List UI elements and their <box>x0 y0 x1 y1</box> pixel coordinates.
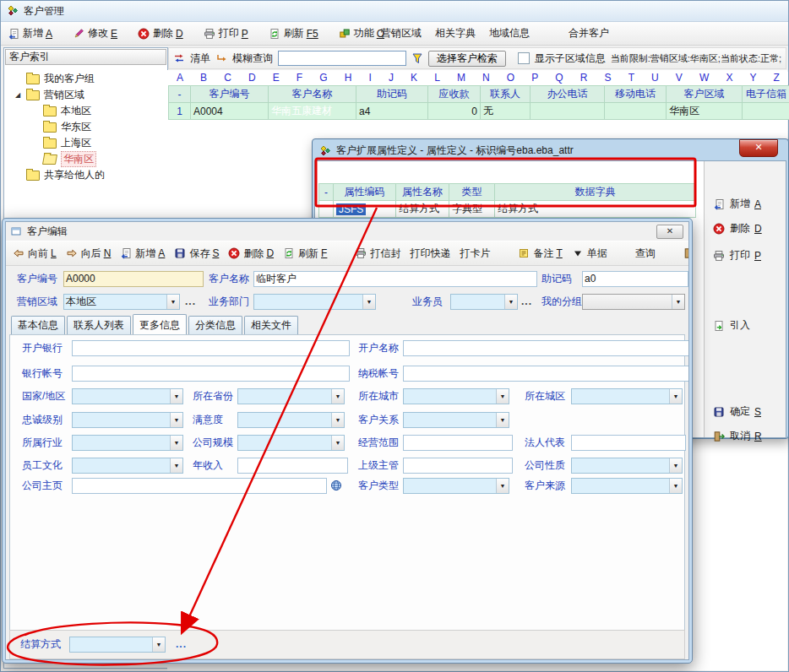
list-swap-icon[interactable] <box>173 52 185 64</box>
column-header[interactable]: 应收款 <box>428 86 481 103</box>
index-letter[interactable]: D <box>248 72 256 84</box>
company-nature-select[interactable]: ▼ <box>571 458 683 474</box>
tab-category-info[interactable]: 分类信息 <box>188 316 242 334</box>
marketing-region-more-button[interactable]: ... <box>185 294 196 309</box>
delete-button[interactable]: 删除D <box>138 26 183 41</box>
back-button[interactable]: 返回R <box>683 247 689 261</box>
select-customer-search-button[interactable]: 选择客户检索 <box>428 51 506 67</box>
index-letter[interactable]: U <box>651 72 659 84</box>
menu-area-info[interactable]: 地域信息 <box>489 26 530 41</box>
tree-item-marketing-regions[interactable]: ◢营销区域 <box>4 87 167 103</box>
index-letter[interactable]: B <box>200 72 207 84</box>
index-letter[interactable]: F <box>297 72 302 84</box>
settlement-more-button[interactable]: ... <box>176 637 187 652</box>
customer-type-select[interactable]: ▼ <box>403 478 509 494</box>
menu-merge-customer[interactable]: 合并客户 <box>569 26 609 41</box>
homepage-field[interactable] <box>72 478 327 494</box>
attr-import-button[interactable]: 引入 <box>713 318 750 333</box>
index-letter[interactable]: Q <box>555 72 563 84</box>
print-button[interactable]: 打印P <box>204 26 248 41</box>
index-letter[interactable]: T <box>628 72 634 84</box>
mnemonic-field[interactable]: a0 <box>582 271 688 287</box>
attr-print-button[interactable]: 打印P <box>713 248 761 263</box>
print-express-button[interactable]: 打印快递 <box>410 247 450 261</box>
list-label[interactable]: 清单 <box>190 51 210 66</box>
column-header[interactable]: 联系人 <box>481 86 531 103</box>
modify-button[interactable]: 修改E <box>73 26 117 41</box>
satisfaction-select[interactable]: ▼ <box>237 412 345 428</box>
index-letter[interactable]: Z <box>774 72 780 84</box>
index-letter[interactable]: S <box>605 72 612 84</box>
city-select[interactable]: ▼ <box>403 388 509 404</box>
tax-account-field[interactable] <box>403 366 689 382</box>
bank-name-field[interactable] <box>72 340 350 356</box>
tree-item-region-shanghai[interactable]: 上海区 <box>4 135 167 151</box>
index-letter[interactable]: C <box>224 72 231 84</box>
column-header[interactable]: 客户编号 <box>191 86 269 103</box>
menu-marketing-region[interactable]: 营销区域 <box>381 26 422 41</box>
tab-contact-list[interactable]: 联系人列表 <box>67 316 131 334</box>
attr-new-button[interactable]: 新增A <box>713 197 761 211</box>
tree-item-my-customer-groups[interactable]: 我的客户组 <box>4 71 167 87</box>
province-select[interactable]: ▼ <box>237 388 345 404</box>
query-button[interactable]: 查询 <box>635 247 656 261</box>
index-letter[interactable]: A <box>177 72 183 84</box>
salesman-select[interactable]: ▼ <box>450 294 518 310</box>
refresh-button[interactable]: 刷新F5 <box>269 26 318 41</box>
table-row[interactable]: 1A0004华南五康建材a40无华南区 <box>169 103 789 120</box>
tree-item-region-south-china[interactable]: 华南区 <box>4 151 167 167</box>
function-button[interactable]: 功能O <box>339 26 384 41</box>
annual-income-field[interactable] <box>237 458 348 474</box>
documents-button[interactable]: 单据 <box>572 247 607 261</box>
my-group-select[interactable]: ▼ <box>582 294 685 310</box>
index-letter[interactable]: J <box>389 72 394 84</box>
index-letter[interactable]: V <box>676 72 683 84</box>
index-letter[interactable]: I <box>369 72 372 84</box>
index-letter[interactable]: L <box>434 72 440 84</box>
district-select[interactable]: ▼ <box>571 388 683 404</box>
index-letter[interactable]: O <box>507 72 514 84</box>
menu-related-dict[interactable]: 相关字典 <box>435 26 476 41</box>
business-scope-field[interactable] <box>403 435 513 451</box>
index-letter[interactable]: K <box>411 72 417 84</box>
close-button[interactable]: ✕ <box>739 139 778 157</box>
customer-name-field[interactable]: 临时客户 <box>253 271 537 287</box>
tree-item-region-east-china[interactable]: 华东区 <box>4 119 167 135</box>
print-card-button[interactable]: 打卡片 <box>460 247 490 261</box>
column-header[interactable]: 客户区域 <box>667 86 743 103</box>
tab-related-files[interactable]: 相关文件 <box>244 316 298 334</box>
refresh-button[interactable]: 刷新F <box>283 247 327 261</box>
column-header[interactable]: 移动电话 <box>605 86 667 103</box>
superior-field[interactable] <box>403 458 513 474</box>
column-header[interactable]: 属性名称 <box>396 184 449 201</box>
print-envelope-button[interactable]: 打信封 <box>355 247 400 261</box>
show-subregion-checkbox[interactable] <box>518 52 530 64</box>
expand-icon[interactable]: ◢ <box>15 91 22 99</box>
bank-account-field[interactable] <box>72 366 350 382</box>
index-letter[interactable]: G <box>319 72 327 84</box>
search-input[interactable] <box>278 51 406 66</box>
table-row[interactable]: JSFS结算方式字典型结算方式 <box>319 201 696 218</box>
customer-source-select[interactable]: ▼ <box>571 478 683 494</box>
legal-rep-field[interactable] <box>571 435 686 451</box>
attr-delete-button[interactable]: 删除D <box>713 221 762 236</box>
staff-culture-select[interactable]: ▼ <box>72 458 183 474</box>
save-button[interactable]: 保存S <box>174 247 219 261</box>
attr-cancel-button[interactable]: 取消R <box>713 429 762 443</box>
column-header[interactable]: 数据字典 <box>495 184 696 201</box>
settlement-method-select[interactable]: ▼ <box>69 637 166 653</box>
index-letter[interactable]: M <box>457 72 465 84</box>
column-header[interactable]: 电子信箱 <box>743 86 789 103</box>
index-letter[interactable]: H <box>345 72 352 84</box>
column-header[interactable]: - <box>319 184 334 201</box>
column-header[interactable]: 客户名称 <box>269 86 356 103</box>
company-scale-select[interactable]: ▼ <box>237 435 345 451</box>
prev-button[interactable]: 向前L <box>13 247 57 261</box>
index-letter[interactable]: W <box>699 72 709 84</box>
tree-item-region-local[interactable]: 本地区 <box>4 103 167 119</box>
column-header[interactable]: 类型 <box>449 184 495 201</box>
column-header[interactable]: - <box>169 86 191 103</box>
delete-button[interactable]: 删除D <box>228 247 274 261</box>
column-header[interactable]: 办公电话 <box>531 86 605 103</box>
tab-basic-info[interactable]: 基本信息 <box>11 316 65 334</box>
